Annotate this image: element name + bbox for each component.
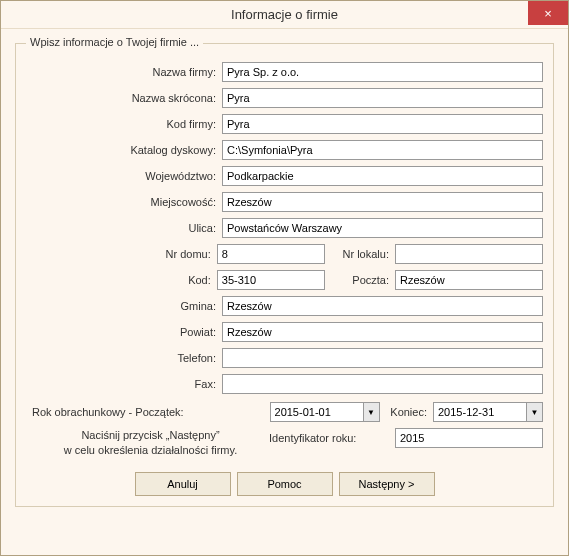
input-province[interactable] bbox=[222, 166, 543, 186]
input-year-id[interactable] bbox=[395, 428, 543, 448]
input-short-name[interactable] bbox=[222, 88, 543, 108]
label-house-no: Nr domu: bbox=[26, 248, 217, 260]
input-house-no[interactable] bbox=[217, 244, 325, 264]
cancel-button-label: Anuluj bbox=[167, 478, 198, 490]
window-title: Informacje o firmie bbox=[231, 7, 338, 22]
company-info-group: Wpisz informacje o Twojej firmie ... Naz… bbox=[15, 43, 554, 507]
hint-line1: Naciśnij przycisk „Następny” bbox=[32, 428, 269, 443]
label-phone: Telefon: bbox=[26, 352, 222, 364]
help-button[interactable]: Pomoc bbox=[237, 472, 333, 496]
label-short-name: Nazwa skrócona: bbox=[26, 92, 222, 104]
label-locality: Miejscowość: bbox=[26, 196, 222, 208]
date-start-wrap: ▼ bbox=[270, 402, 380, 422]
input-phone[interactable] bbox=[222, 348, 543, 368]
label-disk-catalog: Katalog dyskowy: bbox=[26, 144, 222, 156]
label-year-id: Identyfikator roku: bbox=[269, 432, 395, 444]
next-button-label: Następny > bbox=[359, 478, 415, 490]
window: Informacje o firmie × Wpisz informacje o… bbox=[0, 0, 569, 556]
button-bar: Anuluj Pomoc Następny > bbox=[26, 472, 543, 496]
input-street[interactable] bbox=[222, 218, 543, 238]
label-post: Poczta: bbox=[325, 274, 395, 286]
label-company-name: Nazwa firmy: bbox=[26, 66, 222, 78]
dropdown-end-button[interactable]: ▼ bbox=[526, 403, 542, 421]
label-company-code: Kod firmy: bbox=[26, 118, 222, 130]
input-post[interactable] bbox=[395, 270, 543, 290]
input-postal-code[interactable] bbox=[217, 270, 325, 290]
label-unit-no: Nr lokalu: bbox=[325, 248, 395, 260]
chevron-down-icon: ▼ bbox=[367, 408, 375, 417]
input-disk-catalog[interactable] bbox=[222, 140, 543, 160]
hint-text: Naciśnij przycisk „Następny” w celu okre… bbox=[26, 428, 269, 458]
label-fiscal-start: Rok obrachunkowy - Początek: bbox=[26, 406, 270, 418]
chevron-down-icon: ▼ bbox=[531, 408, 539, 417]
label-postal-code: Kod: bbox=[26, 274, 217, 286]
input-commune[interactable] bbox=[222, 296, 543, 316]
label-county: Powiat: bbox=[26, 326, 222, 338]
label-province: Województwo: bbox=[26, 170, 222, 182]
input-locality[interactable] bbox=[222, 192, 543, 212]
group-legend: Wpisz informacje o Twojej firmie ... bbox=[26, 36, 203, 48]
input-company-code[interactable] bbox=[222, 114, 543, 134]
close-icon: × bbox=[544, 6, 552, 21]
input-fiscal-start[interactable] bbox=[271, 403, 363, 421]
cancel-button[interactable]: Anuluj bbox=[135, 472, 231, 496]
label-street: Ulica: bbox=[26, 222, 222, 234]
input-company-name[interactable] bbox=[222, 62, 543, 82]
input-county[interactable] bbox=[222, 322, 543, 342]
date-end-wrap: ▼ bbox=[433, 402, 543, 422]
input-unit-no[interactable] bbox=[395, 244, 543, 264]
input-fiscal-end[interactable] bbox=[434, 403, 526, 421]
help-button-label: Pomoc bbox=[267, 478, 301, 490]
titlebar: Informacje o firmie × bbox=[1, 1, 568, 29]
label-commune: Gmina: bbox=[26, 300, 222, 312]
label-fiscal-end: Koniec: bbox=[380, 406, 433, 418]
content-area: Wpisz informacje o Twojej firmie ... Naz… bbox=[1, 29, 568, 517]
input-fax[interactable] bbox=[222, 374, 543, 394]
hint-line2: w celu określenia działalności firmy. bbox=[32, 443, 269, 458]
dropdown-start-button[interactable]: ▼ bbox=[363, 403, 379, 421]
label-fax: Fax: bbox=[26, 378, 222, 390]
close-button[interactable]: × bbox=[528, 1, 568, 25]
next-button[interactable]: Następny > bbox=[339, 472, 435, 496]
